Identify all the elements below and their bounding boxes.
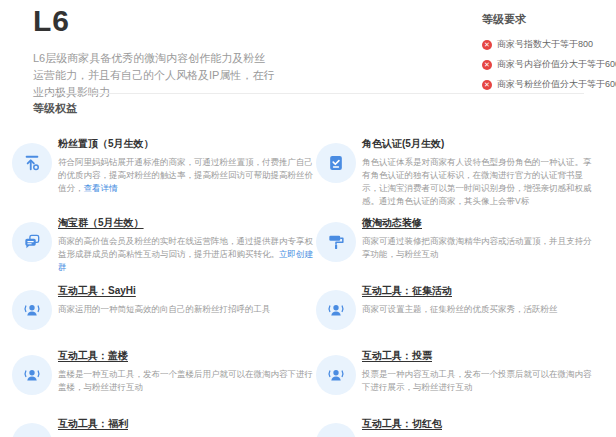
benefit-inline-link[interactable]: 查看详情 — [84, 183, 118, 193]
benefit-description-text: 投票是一种内容互动工具，发布一个投票后就可以在微淘内容下进行展示，与粉丝进行互动 — [362, 369, 592, 392]
benefit-title-link[interactable]: 互动工具：投票 — [362, 349, 432, 363]
benefit-item: 角色认证(5月生效)角色认证体系是对商家有人设特色型身份角色的一种认证。享有角色… — [316, 133, 598, 208]
person-waves-icon — [316, 423, 356, 437]
benefit-description: 商家运用的一种简短高效的向自己的新粉丝打招呼的工具 — [58, 303, 316, 316]
requirement-text: 商家号粉丝价值分大于等于600 — [497, 78, 616, 91]
pin-to-top-icon — [12, 143, 52, 183]
benefit-description-text: 商家可通过装修把商家微淘精华内容或活动置顶，并且支持分享功能，与粉丝互动 — [362, 236, 592, 259]
requirements-title: 等级要求 — [482, 12, 616, 27]
requirement-text: 商家号内容价值分大于等于600 — [497, 58, 616, 71]
section-divider — [33, 93, 584, 94]
benefit-description: 盖楼是一种互动工具，发布一个盖楼后用户就可以在微淘内容下进行盖楼，与粉丝进行互动 — [58, 368, 316, 394]
benefit-text-block: 互动工具：盖楼盖楼是一种互动工具，发布一个盖楼后用户就可以在微淘内容下进行盖楼，… — [58, 345, 316, 394]
benefit-title-link[interactable]: 粉丝置顶（5月生效） — [58, 137, 154, 151]
benefit-item: 互动工具：SayHi商家运用的一种简短高效的向自己的新粉丝打招呼的工具 — [12, 280, 316, 330]
person-waves-icon — [12, 355, 52, 395]
error-cross-icon: ✕ — [482, 40, 492, 50]
benefit-text-block: 互动工具：福利 — [58, 413, 316, 436]
benefit-description-text: 商家可设置主题，征集粉丝的优质买家秀，活跃粉丝 — [362, 304, 558, 314]
benefit-item: 互动工具：切红包 — [316, 413, 598, 437]
benefit-text-block: 淘宝群（5月生效）商家的高价值会员及粉丝的实时在线运营阵地，通过提供群内专享权益… — [58, 212, 316, 274]
benefit-item: 淘宝群（5月生效）商家的高价值会员及粉丝的实时在线运营阵地，通过提供群内专享权益… — [12, 212, 316, 274]
benefit-description-text: 盖楼是一种互动工具，发布一个盖楼后用户就可以在微淘内容下进行盖楼，与粉丝进行互动 — [58, 369, 313, 392]
benefit-text-block: 微淘动态装修商家可通过装修把商家微淘精华内容或活动置顶，并且支持分享功能，与粉丝… — [362, 212, 598, 261]
person-waves-icon — [316, 290, 356, 330]
requirement-item: ✕商家号指数大于等于800 — [482, 38, 616, 51]
benefit-description-text: 商家的高价值会员及粉丝的实时在线运营阵地，通过提供群内专享权益形成群成员的高粘性… — [58, 236, 313, 259]
benefit-item: 微淘动态装修商家可通过装修把商家微淘精华内容或活动置顶，并且支持分享功能，与粉丝… — [316, 212, 598, 262]
requirement-item: ✕商家号内容价值分大于等于600 — [482, 58, 616, 71]
benefit-description: 投票是一种内容互动工具，发布一个投票后就可以在微淘内容下进行展示，与粉丝进行互动 — [362, 368, 598, 394]
benefit-title-link[interactable]: 互动工具：征集活动 — [362, 284, 452, 298]
person-waves-icon — [12, 290, 52, 330]
benefit-text-block: 互动工具：SayHi商家运用的一种简短高效的向自己的新粉丝打招呼的工具 — [58, 280, 316, 316]
person-waves-icon — [316, 355, 356, 395]
error-cross-icon: ✕ — [482, 60, 492, 70]
benefit-description-text: 商家运用的一种简短高效的向自己的新粉丝打招呼的工具 — [58, 304, 271, 314]
benefit-item: 互动工具：征集活动商家可设置主题，征集粉丝的优质买家秀，活跃粉丝 — [316, 280, 598, 330]
benefit-item: 互动工具：投票投票是一种内容互动工具，发布一个投票后就可以在微淘内容下进行展示，… — [316, 345, 598, 395]
benefit-item: 互动工具：盖楼盖楼是一种互动工具，发布一个盖楼后用户就可以在微淘内容下进行盖楼，… — [12, 345, 316, 395]
page-title: L6 — [33, 4, 70, 38]
benefit-title-link[interactable]: 互动工具：SayHi — [58, 284, 136, 298]
requirements-list: ✕商家号指数大于等于800✕商家号内容价值分大于等于600✕商家号粉丝价值分大于… — [482, 38, 616, 91]
paint-roller-icon — [316, 222, 356, 262]
benefits-section-title: 等级权益 — [33, 101, 77, 116]
requirement-item: ✕商家号粉丝价值分大于等于600 — [482, 78, 616, 91]
benefit-description: 商家的高价值会员及粉丝的实时在线运营阵地，通过提供群内专享权益形成群成员的高粘性… — [58, 235, 316, 274]
person-waves-icon — [12, 423, 52, 437]
benefit-title-link[interactable]: 互动工具：福利 — [58, 417, 128, 431]
benefit-text-block: 粉丝置顶（5月生效）符合阿里妈妈钻展开通标准的商家，可通过粉丝置顶，付费推广自己… — [58, 133, 316, 195]
benefit-description-text: 角色认证体系是对商家有人设特色型身份角色的一种认证。享有角色认证的独有认证标识，… — [362, 157, 592, 206]
benefit-description: 商家可设置主题，征集粉丝的优质买家秀，活跃粉丝 — [362, 303, 598, 316]
benefit-title-link[interactable]: 淘宝群（5月生效） — [58, 216, 144, 230]
benefit-title-link[interactable]: 角色认证(5月生效) — [362, 137, 444, 151]
error-cross-icon: ✕ — [482, 80, 492, 90]
benefit-description: 角色认证体系是对商家有人设特色型身份角色的一种认证。享有角色认证的独有认证标识，… — [362, 156, 598, 208]
requirements-panel: 等级要求 ✕商家号指数大于等于800✕商家号内容价值分大于等于600✕商家号粉丝… — [482, 12, 616, 98]
chat-bubbles-icon — [12, 222, 52, 262]
benefit-title-link[interactable]: 互动工具：切红包 — [362, 417, 442, 431]
benefit-description: 商家可通过装修把商家微淘精华内容或活动置顶，并且支持分享功能，与粉丝互动 — [362, 235, 598, 261]
requirement-text: 商家号指数大于等于800 — [497, 38, 593, 51]
benefit-text-block: 互动工具：切红包 — [362, 413, 598, 436]
benefit-title-link[interactable]: 互动工具：盖楼 — [58, 349, 128, 363]
benefit-item: 互动工具：福利 — [12, 413, 316, 437]
benefit-text-block: 角色认证(5月生效)角色认证体系是对商家有人设特色型身份角色的一种认证。享有角色… — [362, 133, 598, 208]
benefit-text-block: 互动工具：投票投票是一种内容互动工具，发布一个投票后就可以在微淘内容下进行展示，… — [362, 345, 598, 394]
page: L6 L6层级商家具备优秀的微淘内容创作能力及粉丝运营能力，并且有自己的个人风格… — [0, 0, 616, 437]
badge-check-icon — [316, 143, 356, 183]
benefit-text-block: 互动工具：征集活动商家可设置主题，征集粉丝的优质买家秀，活跃粉丝 — [362, 280, 598, 316]
benefit-item: 粉丝置顶（5月生效）符合阿里妈妈钻展开通标准的商家，可通过粉丝置顶，付费推广自己… — [12, 133, 316, 195]
benefit-title-link[interactable]: 微淘动态装修 — [362, 216, 422, 230]
benefit-description: 符合阿里妈妈钻展开通标准的商家，可通过粉丝置顶，付费推广自己的优质内容，提高对粉… — [58, 156, 316, 195]
